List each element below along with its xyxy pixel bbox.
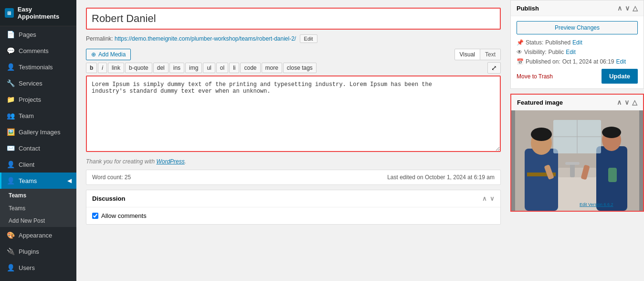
visibility-row: 👁 Visibility: Public Edit: [517, 49, 638, 55]
discussion-title: Discussion: [92, 195, 125, 202]
collapse-up-icon[interactable]: ∧: [482, 195, 487, 202]
sidebar-item-services[interactable]: 🔧 Services: [0, 75, 76, 91]
sidebar-item-team[interactable]: 👥 Team: [0, 108, 76, 124]
sidebar-item-projects[interactable]: 📁 Projects: [0, 91, 76, 108]
discussion-body: Allow comments: [86, 207, 500, 224]
sidebar-logo[interactable]: ⊞ Easy Appointments: [0, 0, 76, 26]
published-date-row: 📅 Published on: Oct 1, 2024 at 06:19 Edi…: [517, 58, 638, 65]
visibility-icon: 👁: [517, 49, 522, 55]
teams-submenu: Teams Teams Add New Post: [0, 189, 76, 227]
status-icon: 📌: [517, 39, 524, 46]
submenu-item-teams[interactable]: Teams: [0, 202, 76, 215]
sidebar-item-label: Services: [19, 80, 42, 87]
app-logo-icon: ⊞: [5, 8, 14, 18]
visibility-edit-link[interactable]: Edit: [566, 49, 576, 55]
discussion-controls: ∧ ∨: [482, 195, 495, 202]
move-to-trash-link[interactable]: Move to Trash: [517, 73, 553, 80]
comments-icon: 💬: [6, 47, 15, 54]
client-icon: 👤: [6, 161, 15, 168]
visual-tab[interactable]: Visual: [454, 49, 480, 60]
sidebar-item-appearance[interactable]: 🎨 Appearance: [0, 227, 76, 243]
sidebar-item-comments[interactable]: 💬 Comments: [0, 43, 76, 59]
fmt-ins[interactable]: ins: [169, 63, 184, 73]
fmt-li[interactable]: li: [229, 63, 239, 73]
editor-toolbar-row: ⊕ Add Media Visual Text: [86, 49, 501, 60]
allow-comments-checkbox[interactable]: [92, 213, 98, 219]
sidebar-item-users[interactable]: 👤 Users: [0, 259, 76, 276]
fmt-ol[interactable]: ol: [216, 63, 228, 73]
svg-rect-12: [570, 163, 575, 177]
visibility-label: Visibility:: [524, 49, 546, 55]
sidebar-item-teams[interactable]: 👤 Teams ◀: [0, 173, 76, 189]
fmt-italic[interactable]: i: [98, 63, 107, 73]
team-icon: 👥: [6, 112, 15, 119]
fmt-close-tags[interactable]: close tags: [283, 63, 317, 73]
users-icon: 👤: [6, 264, 15, 271]
submenu-item-add-new-post[interactable]: Add New Post: [0, 215, 76, 227]
publish-actions: Move to Trash Update: [517, 69, 638, 84]
fmt-bquote[interactable]: b-quote: [125, 63, 152, 73]
featured-image-controls: ∧ ∨ △: [617, 98, 637, 106]
sidebar-item-label: Users: [19, 264, 35, 271]
sidebar-item-gallery-images[interactable]: 🖼️ Gallery Images: [0, 124, 76, 140]
fmt-link[interactable]: link: [108, 63, 124, 73]
add-media-icon: ⊕: [91, 51, 96, 58]
status-edit-link[interactable]: Edit: [572, 39, 582, 46]
content-editor[interactable]: Lorem Ipsum is simply dummy text of the …: [86, 76, 501, 152]
discussion-header: Discussion ∧ ∨: [86, 190, 500, 207]
collapse-down-icon[interactable]: ∨: [490, 195, 495, 202]
fmt-bold[interactable]: b: [86, 63, 97, 73]
projects-icon: 📁: [6, 96, 15, 103]
sidebar-item-plugins[interactable]: 🔌 Plugins: [0, 243, 76, 259]
published-edit-link[interactable]: Edit: [616, 58, 626, 65]
permalink-edit-button[interactable]: Edit: [300, 34, 317, 43]
fi-arrow-down-icon[interactable]: ∨: [624, 98, 629, 106]
arrow-up-icon[interactable]: ∧: [617, 4, 622, 12]
contact-icon: ✉️: [6, 144, 15, 152]
permalink-bar: Permalink: https://demo.themeignite.com/…: [86, 34, 501, 43]
preview-changes-button[interactable]: Preview Changes: [517, 21, 638, 34]
fmt-ul[interactable]: ul: [203, 63, 215, 73]
fi-arrow-up-icon[interactable]: ∧: [617, 98, 622, 106]
gallery-icon: 🖼️: [6, 128, 15, 136]
sidebar-item-contact[interactable]: ✉️ Contact: [0, 140, 76, 156]
svg-rect-2: [558, 168, 596, 177]
arrow-collapse-icon[interactable]: △: [633, 4, 638, 12]
sidebar-item-label: Plugins: [19, 248, 39, 255]
update-button[interactable]: Update: [602, 69, 638, 84]
fmt-code[interactable]: code: [240, 63, 260, 73]
status-value: Published: [545, 39, 570, 46]
sidebar-item-testimonials[interactable]: 👤 Testimonials: [0, 59, 76, 75]
services-icon: 🔧: [6, 79, 15, 87]
chevron-right-icon: ◀: [67, 177, 72, 184]
text-tab[interactable]: Text: [480, 49, 501, 60]
fmt-del[interactable]: del: [153, 63, 169, 73]
svg-rect-3: [525, 149, 558, 211]
sidebar-item-label: Projects: [19, 96, 41, 103]
featured-image-box: Featured image ∧ ∨ △: [510, 94, 644, 212]
fmt-more[interactable]: more: [262, 63, 282, 73]
word-count: Word count: 25: [92, 174, 131, 181]
published-label: Published on:: [526, 58, 560, 65]
main-content: Permalink: https://demo.themeignite.com/…: [76, 0, 644, 281]
post-title-input[interactable]: [86, 8, 501, 30]
arrow-down-icon[interactable]: ∨: [625, 4, 630, 12]
fmt-img[interactable]: img: [185, 63, 202, 73]
featured-image-header: Featured image ∧ ∨ △: [511, 95, 643, 110]
add-media-button[interactable]: ⊕ Add Media: [86, 49, 131, 60]
status-label: Status:: [526, 39, 543, 46]
expand-editor-button[interactable]: ⤢: [487, 62, 501, 74]
sidebar-item-client[interactable]: 👤 Client: [0, 156, 76, 173]
add-media-label: Add Media: [98, 51, 126, 58]
permalink-url[interactable]: https://demo.themeignite.com/plumber-wor…: [115, 35, 296, 42]
view-tabs: Visual Text: [454, 49, 501, 60]
featured-image-container[interactable]: Edit Version 6.6.2: [511, 110, 643, 211]
fi-collapse-icon[interactable]: △: [632, 98, 637, 106]
published-date: Oct 1, 2024 at 06:19: [562, 58, 614, 65]
sidebar-item-pages[interactable]: 📄 Pages: [0, 26, 76, 43]
wordpress-link[interactable]: WordPress: [156, 158, 184, 165]
sidebar-item-label: Gallery Images: [19, 129, 60, 136]
app-name: Easy Appointments: [18, 6, 72, 20]
status-row: 📌 Status: Published Edit: [517, 39, 638, 46]
sidebar: ⊞ Easy Appointments 📄 Pages 💬 Comments 👤…: [0, 0, 76, 281]
